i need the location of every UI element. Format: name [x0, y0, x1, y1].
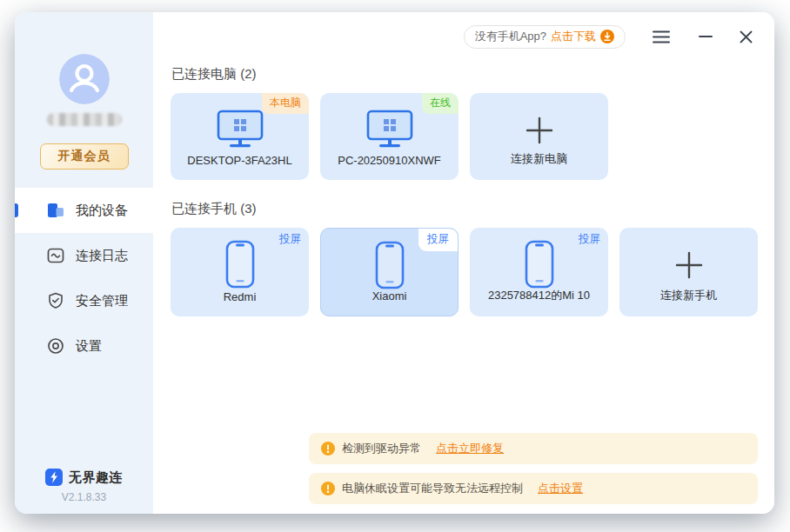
sidebar-nav: 我的设备 连接日志: [15, 188, 153, 369]
app-window: 开通会员 我的设备: [15, 12, 774, 514]
close-button[interactable]: [735, 26, 757, 48]
username-redacted: [47, 113, 122, 126]
plus-icon: [674, 250, 704, 280]
fix-driver-link[interactable]: 点击立即修复: [436, 441, 504, 456]
sidebar-item-connection-logs[interactable]: 连接日志: [15, 233, 153, 278]
shield-check-icon: [47, 292, 64, 309]
phone-card-redmi[interactable]: 投屏 Redmi: [171, 228, 309, 316]
add-computer-label: 连接新电脑: [511, 151, 567, 167]
hamburger-icon: [652, 30, 671, 43]
notice-sleep: 电脑休眠设置可能导致无法远程控制 点击设置: [309, 473, 758, 504]
menu-button[interactable]: [648, 27, 674, 47]
device-name: PC-20250910XNWF: [338, 154, 441, 167]
connect-new-phone-card[interactable]: 连接新手机: [619, 228, 758, 316]
notice-text: 电脑休眠设置可能导致无法远程控制: [342, 481, 523, 496]
phone-card-xiaomi[interactable]: 投屏 Xiaomi: [320, 228, 459, 316]
notice-driver: 检测到驱动异常 点击立即修复: [309, 433, 758, 464]
phone-icon: [224, 239, 257, 289]
status-badge-local: 本电脑: [262, 93, 309, 114]
add-phone-label: 连接新手机: [660, 288, 717, 303]
plus-icon: [525, 116, 554, 145]
sidebar-item-settings[interactable]: 设置: [15, 323, 153, 369]
notice-list: 检测到驱动异常 点击立即修复 电脑休眠设置可能导致无法远程控制 点击设置: [309, 433, 758, 504]
sidebar-footer: 无界趣连 V2.1.8.33: [15, 469, 153, 503]
monitor-icon: [365, 109, 414, 149]
phone-card-mi10[interactable]: 投屏 2325788412的Mi 10: [470, 228, 608, 316]
sleep-settings-link[interactable]: 点击设置: [538, 481, 583, 496]
computer-card-desktop[interactable]: 本电脑 DESKTOP-3FA23HL: [171, 93, 309, 180]
device-name: 2325788412的Mi 10: [488, 288, 590, 303]
phone-icon: [523, 239, 556, 289]
status-badge-online: 在线: [422, 93, 459, 114]
sidebar-item-label: 安全管理: [76, 293, 128, 309]
close-icon: [739, 30, 753, 44]
sidebar-item-security[interactable]: 安全管理: [15, 278, 153, 323]
sidebar: 开通会员 我的设备: [15, 12, 153, 514]
log-icon: [47, 247, 64, 264]
warning-icon: [321, 482, 335, 495]
cast-link[interactable]: 投屏: [579, 232, 600, 247]
minimize-button[interactable]: [695, 31, 716, 42]
app-name: 无界趣连: [69, 469, 123, 486]
minimize-icon: [699, 35, 713, 38]
open-membership-button[interactable]: 开通会员: [40, 143, 129, 170]
download-app-button[interactable]: 没有手机App? 点击下载: [464, 25, 626, 49]
device-name: Redmi: [224, 290, 257, 303]
sidebar-item-label: 设置: [76, 338, 102, 355]
desktop-background: 开通会员 我的设备: [0, 0, 790, 532]
titlebar: 没有手机App? 点击下载: [153, 12, 774, 61]
download-icon: [600, 30, 614, 43]
download-link[interactable]: 点击下载: [551, 29, 596, 44]
main-panel: 没有手机App? 点击下载: [153, 12, 774, 514]
sidebar-item-label: 我的设备: [76, 203, 128, 219]
warning-icon: [321, 442, 335, 456]
app-logo-lightning-icon: [45, 469, 63, 486]
computer-card-pc[interactable]: 在线 PC-20250910XNWF: [320, 93, 459, 180]
sidebar-item-my-devices[interactable]: 我的设备: [15, 188, 153, 233]
device-name: Xiaomi: [372, 289, 407, 303]
phone-icon: [373, 240, 406, 290]
device-name: DESKTOP-3FA23HL: [187, 154, 291, 167]
download-prompt: 没有手机App?: [475, 29, 546, 44]
user-avatar-icon: [59, 54, 110, 104]
content-area: 已连接电脑 (2) 本电脑 DESKTOP-3FA23HL: [153, 61, 774, 316]
monitor-icon: [216, 109, 264, 149]
app-version: V2.1.8.33: [62, 491, 106, 503]
connect-new-computer-card[interactable]: 连接新电脑: [470, 93, 608, 180]
phone-card-row: 投屏 Redmi 投屏: [171, 228, 758, 316]
section-title-phones: 已连接手机 (3): [171, 201, 758, 217]
cast-link[interactable]: 投屏: [418, 229, 458, 251]
sidebar-item-label: 连接日志: [76, 248, 128, 264]
devices-icon: [47, 202, 64, 219]
computer-card-row: 本电脑 DESKTOP-3FA23HL 在线: [171, 93, 758, 180]
notice-text: 检测到驱动异常: [342, 441, 421, 456]
section-title-computers: 已连接电脑 (2): [171, 66, 758, 83]
cast-link[interactable]: 投屏: [279, 232, 301, 247]
settings-icon: [47, 337, 64, 355]
